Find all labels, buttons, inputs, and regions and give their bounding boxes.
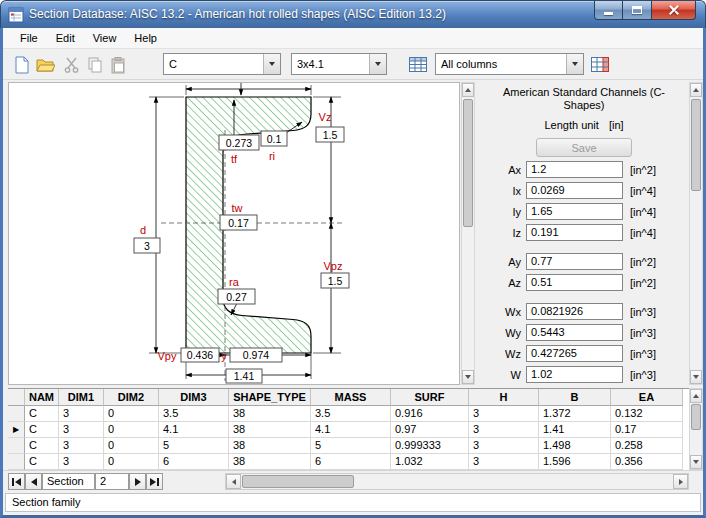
save-button[interactable]: Save: [536, 138, 632, 157]
row-selector[interactable]: [8, 454, 25, 470]
scroll-thumb[interactable]: [463, 99, 473, 227]
section-combobox[interactable]: 3x4.1: [291, 53, 387, 75]
cell-mass[interactable]: 6: [311, 454, 391, 470]
property-value-wz[interactable]: 0.427265: [526, 345, 623, 362]
scroll-thumb[interactable]: [242, 475, 354, 488]
row-selector[interactable]: ▶: [8, 422, 25, 438]
minimize-button[interactable]: [594, 1, 623, 20]
scroll-down-button[interactable]: [690, 370, 702, 384]
property-value-ix[interactable]: 0.0269: [526, 182, 623, 199]
cell-nam[interactable]: C: [25, 406, 59, 422]
new-button[interactable]: [12, 55, 32, 75]
table-header-surf[interactable]: SURF: [391, 389, 469, 406]
scroll-right-button[interactable]: [673, 474, 688, 489]
property-value-iy[interactable]: 1.65: [526, 203, 623, 220]
cell-mass[interactable]: 5: [311, 438, 391, 454]
cell-b[interactable]: 1.596: [539, 454, 611, 470]
properties-scrollbar[interactable]: [689, 82, 703, 385]
table-scrollbar[interactable]: [689, 388, 703, 470]
close-button[interactable]: [651, 1, 696, 20]
table-header-mass[interactable]: MASS: [311, 389, 391, 406]
menu-view[interactable]: View: [84, 29, 126, 47]
cell-ea[interactable]: 0.356: [611, 454, 683, 470]
cell-nam[interactable]: C: [25, 454, 59, 470]
cell-dim1[interactable]: 3: [59, 454, 104, 470]
cell-h[interactable]: 3: [469, 454, 539, 470]
column-setup-button[interactable]: [588, 53, 612, 76]
cell-ea[interactable]: 0.17: [611, 422, 683, 438]
maximize-button[interactable]: [623, 1, 651, 20]
scroll-down-button[interactable]: [462, 370, 474, 384]
record-number-field[interactable]: 2: [95, 473, 129, 490]
family-combobox[interactable]: C: [163, 53, 281, 75]
cell-h[interactable]: 3: [469, 438, 539, 454]
paste-button[interactable]: [108, 55, 128, 75]
cell-ea[interactable]: 0.258: [611, 438, 683, 454]
cell-dim1[interactable]: 3: [59, 422, 104, 438]
cell-mass[interactable]: 3.5: [311, 406, 391, 422]
scroll-thumb[interactable]: [691, 404, 701, 430]
cell-mass[interactable]: 4.1: [311, 422, 391, 438]
cell-shape_type[interactable]: 38: [229, 438, 311, 454]
first-record-button[interactable]: [8, 473, 25, 490]
property-value-w[interactable]: 1.02: [526, 366, 623, 383]
property-value-wy[interactable]: 0.5443: [526, 324, 623, 341]
copy-button[interactable]: [85, 55, 105, 75]
property-value-iz[interactable]: 0.191: [526, 224, 623, 241]
cell-dim3[interactable]: 3.5: [159, 406, 229, 422]
previous-record-button[interactable]: [25, 473, 42, 490]
cell-surf[interactable]: 0.97: [391, 422, 469, 438]
cell-b[interactable]: 1.372: [539, 406, 611, 422]
section-combobox-dropdown[interactable]: [369, 54, 386, 74]
cell-h[interactable]: 3: [469, 406, 539, 422]
property-value-ay[interactable]: 0.77: [526, 253, 623, 270]
family-combobox-dropdown[interactable]: [263, 54, 280, 74]
cell-dim3[interactable]: 4.1: [159, 422, 229, 438]
cell-nam[interactable]: C: [25, 422, 59, 438]
columns-combobox[interactable]: All columns: [435, 53, 584, 75]
property-value-ax[interactable]: 1.2: [526, 161, 623, 178]
table-view-button[interactable]: [406, 53, 430, 76]
cell-dim2[interactable]: 0: [104, 422, 159, 438]
table-header-dim2[interactable]: DIM2: [104, 389, 159, 406]
cell-b[interactable]: 1.41: [539, 422, 611, 438]
cell-dim3[interactable]: 5: [159, 438, 229, 454]
cell-dim3[interactable]: 6: [159, 454, 229, 470]
next-record-button[interactable]: [129, 473, 146, 490]
table-row[interactable]: C303.5383.50.91631.3720.132: [8, 406, 689, 422]
drawing-scrollbar[interactable]: [461, 82, 475, 385]
cell-dim2[interactable]: 0: [104, 438, 159, 454]
scroll-up-button[interactable]: [690, 389, 702, 403]
table-horizontal-scrollbar[interactable]: [225, 473, 689, 490]
table-header-dim3[interactable]: DIM3: [159, 389, 229, 406]
table-row[interactable]: C3053850.99933331.4980.258: [8, 438, 689, 454]
cell-shape_type[interactable]: 38: [229, 422, 311, 438]
menu-edit[interactable]: Edit: [47, 29, 84, 47]
scroll-up-button[interactable]: [462, 83, 474, 97]
table-header-dim1[interactable]: DIM1: [59, 389, 104, 406]
cell-surf[interactable]: 0.999333: [391, 438, 469, 454]
row-selector[interactable]: [8, 406, 25, 422]
open-button[interactable]: [35, 55, 55, 75]
row-selector[interactable]: [8, 438, 25, 454]
table-header-b[interactable]: B: [539, 389, 611, 406]
table-header-ea[interactable]: EA: [611, 389, 683, 406]
table-header-nam[interactable]: NAM: [25, 389, 59, 406]
cell-b[interactable]: 1.498: [539, 438, 611, 454]
table-header-shape_type[interactable]: SHAPE_TYPE: [229, 389, 311, 406]
table-row[interactable]: C3063861.03231.5960.356: [8, 454, 689, 470]
property-value-wx[interactable]: 0.0821926: [526, 303, 623, 320]
scroll-up-button[interactable]: [690, 83, 702, 97]
cell-h[interactable]: 3: [469, 422, 539, 438]
cell-dim2[interactable]: 0: [104, 406, 159, 422]
cell-ea[interactable]: 0.132: [611, 406, 683, 422]
columns-combobox-dropdown[interactable]: [566, 54, 583, 74]
cell-dim1[interactable]: 3: [59, 438, 104, 454]
cell-surf[interactable]: 1.032: [391, 454, 469, 470]
menu-file[interactable]: File: [11, 29, 47, 47]
cell-nam[interactable]: C: [25, 438, 59, 454]
scroll-thumb[interactable]: [691, 99, 701, 191]
cut-button[interactable]: [61, 55, 81, 75]
table-header-h[interactable]: H: [469, 389, 539, 406]
cell-dim1[interactable]: 3: [59, 406, 104, 422]
